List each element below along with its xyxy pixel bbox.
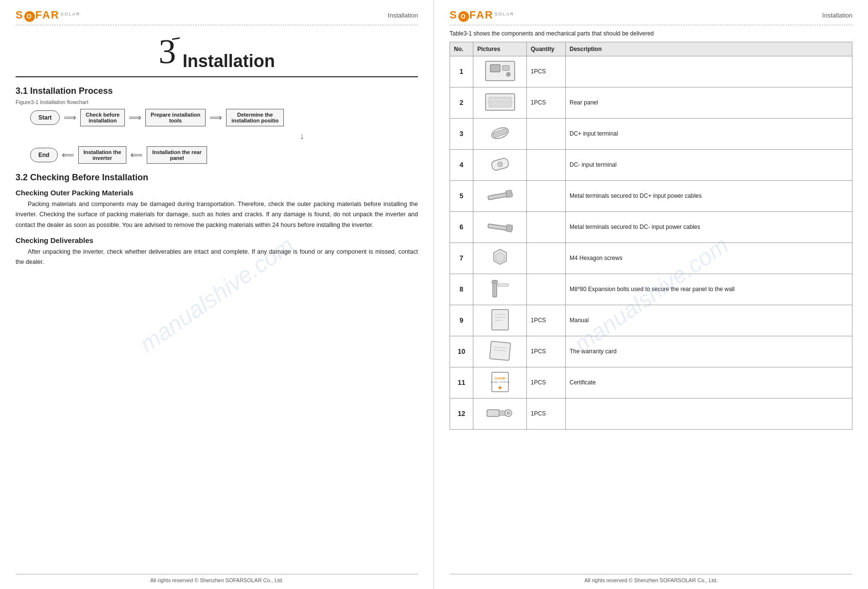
flow-install-panel: Installation the rearpanel [147, 146, 207, 164]
col-no: No. [450, 42, 473, 56]
flowchart-row2: End ⟸ Installation theinverter ⟸ Install… [30, 146, 207, 164]
row-quantity [527, 118, 566, 149]
table-row: 5 Metal terminals secured to DC+ input p… [450, 180, 852, 211]
col-description: Description [566, 42, 852, 56]
table-row: 12 1PCS [450, 398, 852, 429]
arrow5: ⟸ [130, 150, 143, 160]
row-picture [473, 336, 527, 367]
row-picture [473, 398, 527, 429]
table-row: 2 1PCS Rear panel [450, 87, 852, 118]
row-quantity: 1PCS [527, 56, 566, 87]
arrow4: ⟸ [62, 150, 74, 160]
section31-heading: 3.1 Installation Process [16, 86, 418, 96]
flow-start: Start [30, 110, 60, 125]
row-quantity: 1PCS [527, 305, 566, 336]
svg-rect-14 [506, 224, 513, 232]
row-quantity [527, 211, 566, 243]
row-no: 7 [450, 243, 473, 274]
logo-far-r: FAR [469, 9, 494, 21]
row-no: 4 [450, 149, 473, 180]
row-description [566, 56, 852, 87]
flow-install-inverter: Installation theinverter [78, 146, 127, 164]
row-picture [473, 305, 527, 336]
row-no: 2 [450, 87, 473, 118]
left-header: SOFAR SOLAR Installation [16, 9, 418, 25]
chapter-title: Installation [183, 51, 275, 71]
svg-rect-25 [489, 341, 510, 360]
svg-rect-20 [498, 284, 508, 286]
left-header-title: Installation [388, 12, 418, 19]
row-picture [473, 243, 527, 274]
row-quantity [527, 180, 566, 211]
logo-o: O [24, 11, 35, 22]
table-note: Table3-1 shows the components and mechan… [450, 30, 852, 37]
flow-prepare: Prepare installationtools [145, 109, 206, 126]
right-page: SOFAR SOLAR Installation Table3-1 shows … [434, 0, 868, 589]
col-quantity: Quantity [527, 42, 566, 56]
arrow3: ⟹ [209, 112, 222, 123]
logo-left: SOFAR SOLAR [16, 9, 80, 22]
row-quantity [527, 243, 566, 274]
right-header: SOFAR SOLAR Installation [450, 9, 852, 25]
logo-sub-left: SOLAR [61, 12, 81, 17]
svg-rect-21 [492, 310, 508, 330]
table-row: 4 DC- input terminal [450, 149, 852, 180]
row-picture: SOFARQuality Certificate [473, 367, 527, 398]
row-no: 9 [450, 305, 473, 336]
outer-packing-text: Packing materials and components may be … [16, 199, 418, 230]
row-description: M4 Hexagon screws [566, 243, 852, 274]
table-row: 7 M4 Hexagon screws [450, 243, 852, 274]
row-picture [473, 118, 527, 149]
table-row: 3 DC+ input terminal [450, 118, 852, 149]
right-footer: All rights reserved © Shenzhen SOFARSOLA… [450, 574, 852, 583]
section32-heading: 3.2 Checking Before Installation [16, 173, 418, 183]
left-footer: All rights reserved © Shenzhen SOFARSOLA… [16, 574, 418, 583]
subsection-outer-packing: Checking Outer Packing Materials [16, 189, 418, 197]
logo-text-left: SOFAR [16, 9, 60, 22]
table-row: 8 M8*80 Expansion bolts used to secure t… [450, 274, 852, 305]
row-picture [473, 56, 527, 87]
arrow1: ⟹ [64, 112, 76, 123]
row-quantity [527, 274, 566, 305]
flowchart-row1: Start ⟹ Check beforeinstallation ⟹ Prepa… [30, 109, 284, 126]
row-quantity: 1PCS [527, 398, 566, 429]
logo-s-r: S [450, 9, 458, 21]
row-picture [473, 87, 527, 118]
row-description: Metal terminals secured to DC+ input pow… [566, 180, 852, 211]
arrow2: ⟹ [129, 112, 141, 123]
logo-sub-right: SOLAR [495, 12, 515, 17]
row-no: 5 [450, 180, 473, 211]
row-description: Rear panel [566, 87, 852, 118]
table-row: 10 1PCS The warranty card [450, 336, 852, 367]
flow-determine: Determine theinstallation positio [226, 109, 284, 126]
table-row: 6 Metal terminals secured to DC- input p… [450, 211, 852, 243]
flowchart: Start ⟹ Check beforeinstallation ⟹ Prepa… [30, 109, 418, 164]
chapter-divider [16, 76, 418, 77]
row-description: Certificate [566, 367, 852, 398]
row-picture [473, 211, 527, 243]
row-no: 6 [450, 211, 473, 243]
row-no: 3 [450, 118, 473, 149]
svg-text:SOFAR: SOFAR [494, 377, 506, 380]
components-table: No. Pictures Quantity Description 1 1PCS… [450, 42, 852, 430]
deliverables-text: After unpacking the inverter, check whet… [16, 247, 418, 268]
svg-marker-16 [496, 252, 504, 262]
logo-far: FAR [35, 9, 60, 21]
arrow-down: ↓ [300, 131, 304, 141]
svg-rect-1 [490, 65, 500, 72]
row-description: M8*80 Expansion bolts used to secure the… [566, 274, 852, 305]
left-page: SOFAR SOLAR Installation 3 Installation … [0, 0, 434, 589]
row-description: DC+ input terminal [566, 118, 852, 149]
row-description: The warranty card [566, 336, 852, 367]
svg-rect-2 [503, 66, 509, 70]
row-picture [473, 180, 527, 211]
row-quantity: 1PCS [527, 336, 566, 367]
row-quantity: 1PCS [527, 87, 566, 118]
table-row: 1 1PCS [450, 56, 852, 87]
row-description [566, 398, 852, 429]
table-header-row: No. Pictures Quantity Description [450, 42, 852, 56]
table-row: 11 SOFARQuality Certificate 1PCS Certifi… [450, 367, 852, 398]
row-no: 8 [450, 274, 473, 305]
col-pictures: Pictures [473, 42, 527, 56]
flow-check: Check beforeinstallation [80, 109, 125, 126]
